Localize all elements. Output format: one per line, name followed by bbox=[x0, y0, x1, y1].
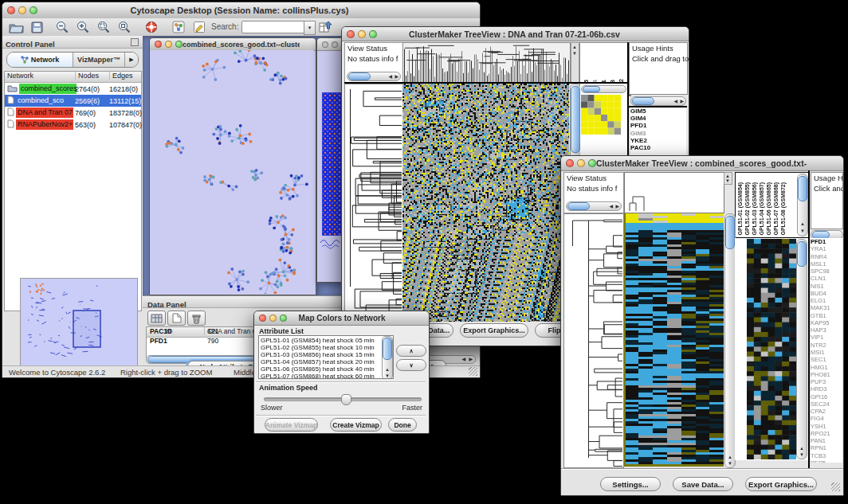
export-graphics-button[interactable]: Export Graphics... bbox=[460, 323, 528, 338]
animation-speed-slider[interactable] bbox=[264, 397, 422, 401]
scroll-up-icon[interactable]: ▲ bbox=[728, 455, 732, 459]
zoom-window-icon[interactable] bbox=[29, 6, 37, 14]
save-icon[interactable] bbox=[28, 20, 45, 34]
attribute-list-item[interactable]: GPL51-02 (GSM855) heat shock 10 min bbox=[261, 344, 391, 351]
import-table-icon[interactable] bbox=[316, 20, 334, 34]
scroll-thumb[interactable] bbox=[798, 176, 807, 201]
close-icon[interactable] bbox=[322, 41, 328, 48]
create-vizmap-button[interactable]: Create Vizmap bbox=[330, 418, 382, 432]
tv2-spinner[interactable]: ▲▼ bbox=[724, 172, 732, 185]
zoom-in-icon[interactable] bbox=[74, 20, 92, 34]
attribute-list-item[interactable]: GPL51-07 (GSM868) heat shock 60 min bbox=[261, 373, 391, 379]
minimize-icon[interactable] bbox=[269, 315, 277, 322]
scroll-thumb[interactable] bbox=[567, 202, 590, 210]
treeview2-titlebar[interactable]: ClusterMaker TreeView : combined_scores_… bbox=[561, 156, 843, 171]
move-up-button[interactable]: ∧ bbox=[396, 345, 426, 357]
dialog-titlebar[interactable]: Map Colors to Network bbox=[254, 311, 429, 326]
tv1-status-scrollbar[interactable]: ◀ ▶ bbox=[347, 72, 401, 81]
scroll-thumb[interactable] bbox=[383, 338, 392, 360]
scroll-thumb[interactable] bbox=[583, 86, 600, 92]
col-header-edges[interactable]: Edges bbox=[109, 72, 133, 80]
scroll-up-icon[interactable]: ▲ bbox=[385, 367, 390, 372]
attribute-table-icon[interactable] bbox=[147, 311, 166, 326]
annotation-icon[interactable] bbox=[190, 20, 208, 34]
scroll-right-icon[interactable]: ▶ bbox=[395, 74, 398, 79]
network-view-titlebar[interactable]: combined_scores_good.txt--cluste... bbox=[150, 38, 316, 51]
tv1-correlation-submatrix[interactable] bbox=[581, 95, 621, 135]
animate-vizmap-button[interactable]: Animate Vizmap bbox=[265, 418, 318, 432]
treeview1-titlebar[interactable]: ClusterMaker TreeView : DNA and Tran 07-… bbox=[342, 27, 689, 41]
zoom-out-icon[interactable] bbox=[53, 20, 71, 34]
tv2-row-dendrogram[interactable] bbox=[563, 213, 624, 468]
attribute-list-scrollbar[interactable]: ▲ ▼ bbox=[382, 336, 393, 379]
network-table-row[interactable]: combined_sco2569(6)13112(15) bbox=[5, 95, 141, 107]
tab-network[interactable]: Network bbox=[7, 53, 73, 67]
scroll-down-icon[interactable]: ▼ bbox=[799, 452, 804, 457]
tv2-vscrollbar[interactable]: ▲ ▼ bbox=[724, 213, 736, 468]
scroll-down-icon[interactable]: ▼ bbox=[728, 461, 732, 466]
search-dropdown-button[interactable]: ▼ bbox=[304, 21, 316, 35]
slider-thumb[interactable] bbox=[341, 394, 351, 405]
scroll-thumb[interactable] bbox=[571, 86, 580, 153]
scroll-left-icon[interactable]: ◀ bbox=[609, 204, 613, 209]
scroll-thumb[interactable] bbox=[797, 241, 807, 267]
col-header-nodes[interactable]: Nodes bbox=[75, 72, 99, 80]
minimize-icon[interactable] bbox=[18, 6, 26, 14]
close-icon[interactable] bbox=[7, 6, 15, 14]
scroll-left-icon[interactable]: ◀ bbox=[461, 357, 465, 361]
network-overview[interactable] bbox=[20, 278, 138, 367]
tv2-labels-scrollbar[interactable]: ▲ ▼ bbox=[797, 174, 808, 236]
move-down-button[interactable]: ∨ bbox=[396, 359, 426, 371]
network-canvas[interactable] bbox=[150, 50, 314, 294]
done-button[interactable]: Done bbox=[388, 418, 417, 432]
minimize-icon[interactable] bbox=[577, 159, 585, 167]
scroll-left-icon[interactable]: ◀ bbox=[673, 99, 677, 104]
attribute-list-item[interactable]: GPL51-03 (GSM856) heat shock 15 min bbox=[261, 351, 391, 358]
col-header-network[interactable]: Network bbox=[7, 72, 33, 80]
scroll-right-icon[interactable]: ▶ bbox=[680, 99, 684, 104]
attribute-list-item[interactable]: GPL51-01 (GSM854) heat shock 05 min bbox=[261, 337, 391, 344]
cytoscape-titlebar[interactable]: Cytoscape Desktop (Session Name: collins… bbox=[2, 2, 480, 19]
change-network-icon[interactable] bbox=[170, 20, 187, 34]
scroll-up-icon[interactable]: ▲ bbox=[800, 221, 805, 226]
tv1-usage-scrollbar[interactable]: ◀ ▶ bbox=[630, 96, 686, 106]
attribute-list-item[interactable]: GPL51-06 (GSM865) heat shock 40 min bbox=[261, 365, 391, 373]
minimize-icon[interactable] bbox=[165, 41, 172, 48]
close-icon[interactable] bbox=[259, 315, 266, 322]
attribute-listbox[interactable]: GPL51-01 (GSM854) heat shock 05 minGPL51… bbox=[258, 335, 394, 379]
tv2-heatmap[interactable] bbox=[624, 213, 724, 467]
tab-vizmapper[interactable]: VizMapper™ bbox=[73, 53, 125, 67]
tv1-spinner[interactable]: ▲▼ bbox=[571, 42, 579, 84]
tv1-row-dendrogram[interactable] bbox=[344, 84, 403, 323]
tv1-column-dendrogram[interactable] bbox=[402, 42, 571, 84]
attribute-list-item[interactable]: GPL51-04 (GSM857) heat shock 20 min bbox=[261, 358, 391, 365]
float-panel-icon[interactable] bbox=[131, 38, 139, 46]
scroll-up-icon[interactable]: ▲ bbox=[799, 446, 804, 451]
network-table-row[interactable]: RNAPuberNov2+N563(0)107847(0) bbox=[5, 119, 141, 131]
resize-grip[interactable] bbox=[469, 367, 477, 376]
save-data-button[interactable]: Save Data... bbox=[673, 477, 733, 491]
minimize-icon[interactable] bbox=[332, 41, 338, 48]
tv1-sub-scrollbar[interactable] bbox=[581, 85, 626, 93]
network-table-row[interactable]: combined_scores2764(0)16218(0) bbox=[5, 83, 141, 95]
settings-button[interactable]: Settings... bbox=[600, 477, 661, 491]
network-table-row[interactable]: DNA and Tran 07769(0)183728(0) bbox=[5, 107, 141, 119]
tv1-heatmap[interactable] bbox=[402, 84, 569, 322]
scroll-down-icon[interactable]: ▼ bbox=[800, 229, 805, 233]
resize-grip[interactable] bbox=[831, 483, 840, 491]
close-icon[interactable] bbox=[566, 159, 574, 167]
scroll-right-icon[interactable]: ▶ bbox=[615, 204, 619, 209]
tv2-sub-scrollbar[interactable]: ▲ ▼ bbox=[796, 239, 807, 459]
tv2-zoom-submatrix[interactable] bbox=[747, 239, 796, 459]
scroll-right-icon[interactable]: ▶ bbox=[469, 357, 473, 361]
scroll-thumb[interactable] bbox=[725, 216, 735, 249]
tv2-column-dendrogram[interactable] bbox=[624, 172, 724, 213]
scroll-thumb[interactable] bbox=[632, 97, 654, 105]
delete-attribute-icon[interactable] bbox=[187, 311, 206, 326]
new-attribute-icon[interactable] bbox=[167, 311, 186, 326]
minimize-icon[interactable] bbox=[358, 30, 366, 38]
zoom-fit-icon[interactable] bbox=[116, 20, 133, 34]
search-input[interactable] bbox=[241, 21, 305, 33]
zoom-window-icon[interactable] bbox=[369, 30, 377, 38]
zoom-selected-icon[interactable] bbox=[95, 20, 112, 34]
